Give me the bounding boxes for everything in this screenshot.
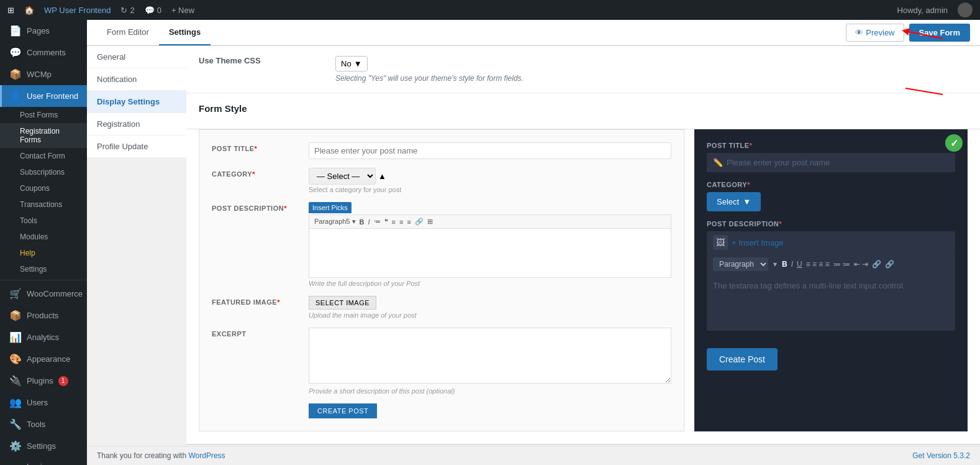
users-icon: 👥 xyxy=(9,397,22,408)
settings-nav-registration[interactable]: Registration xyxy=(87,113,186,136)
create-post-button[interactable]: CREATE POST xyxy=(309,403,377,418)
preview-button[interactable]: 👁 Preview xyxy=(846,24,904,42)
footer-text: Thank you for creating with xyxy=(97,451,186,460)
dark-editor-area[interactable]: The textarea tag defines a multi-line te… xyxy=(707,275,955,331)
dark-unlink-icon[interactable]: 🔗 xyxy=(885,260,894,269)
dark-editor-toolbar: Paragraph ▾ B I U ≡ ≡ ≡ ≡ ≔ ≔ ⇤ ⇥ xyxy=(707,254,955,275)
preview-editor-area[interactable] xyxy=(309,228,671,278)
sidebar-item-modules[interactable]: Modules xyxy=(0,229,87,245)
site-name[interactable]: WP User Frontend xyxy=(44,6,111,15)
success-checkmark: ✓ xyxy=(945,134,963,152)
sidebar-item-plugins[interactable]: 🔌 Plugins 1 xyxy=(0,370,87,392)
tab-form-editor[interactable]: Form Editor xyxy=(97,20,159,45)
sidebar-item-post-forms[interactable]: Post Forms xyxy=(0,107,87,123)
align-left-icon[interactable]: ≡ xyxy=(392,218,396,226)
sidebar-label-tools-main: Tools xyxy=(27,420,45,429)
bold-icon[interactable]: B xyxy=(360,218,365,226)
sidebar-item-comments[interactable]: 💬 Comments xyxy=(0,42,87,63)
wp-icon: ⊞ xyxy=(7,6,14,15)
italic-icon[interactable]: I xyxy=(368,218,370,226)
form-tabs-bar: Form Editor Settings 👁 Preview Save Form xyxy=(87,20,980,46)
preview-featured-image-hint: Upload the main image of your post xyxy=(309,311,671,319)
more-options-icon[interactable]: ⊞ xyxy=(427,218,433,226)
sidebar-item-products[interactable]: 📦 Products xyxy=(0,305,87,326)
dark-dropdown-icon: ▼ xyxy=(743,197,751,206)
preview-excerpt-hint: Provide a short description of this post… xyxy=(309,387,671,395)
comments-count[interactable]: 💬 0 xyxy=(145,6,161,15)
products-icon: 📦 xyxy=(9,310,22,321)
get-version-link[interactable]: Get Version 5.3.2 xyxy=(912,451,970,460)
dark-underline-icon[interactable]: U xyxy=(797,260,802,269)
footer-wordpress-link[interactable]: WordPress xyxy=(188,451,225,460)
align-right-icon[interactable]: ≡ xyxy=(407,218,411,226)
sidebar-label-transactions: Transactions xyxy=(20,200,62,209)
preview-post-title-input[interactable] xyxy=(309,142,671,159)
sidebar-item-login-customizer[interactable]: 🔑 Login Customizer xyxy=(0,457,87,465)
image-icon: 🖼 xyxy=(713,235,728,250)
new-content[interactable]: + New xyxy=(171,6,194,15)
sidebar-item-analytics[interactable]: 📊 Analytics xyxy=(0,326,87,348)
insert-picks-btn[interactable]: Insert Picks xyxy=(309,202,352,213)
preview-excerpt-textarea[interactable] xyxy=(309,328,671,384)
sidebar-item-woocommerce[interactable]: 🛒 WooCommerce xyxy=(0,283,87,305)
dark-post-title-input[interactable]: ✏️ Please enter your post name xyxy=(707,153,955,172)
sidebar-item-tools-sub[interactable]: Tools xyxy=(0,213,87,229)
sidebar-item-registration-forms[interactable]: Registration Forms xyxy=(0,123,87,148)
sidebar-item-settings-sub[interactable]: Settings xyxy=(0,261,87,277)
sidebar-item-help[interactable]: Help xyxy=(0,245,87,261)
dark-align-icons: ≡ ≡ ≡ ≡ xyxy=(806,260,830,269)
form-preview: POST TITLE* CATEGORY* xyxy=(199,129,684,431)
list-icon[interactable]: ≔ xyxy=(374,218,381,226)
dark-italic-icon[interactable]: I xyxy=(791,260,793,269)
tab-settings[interactable]: Settings xyxy=(159,20,211,45)
form-style-title: Form Style xyxy=(199,103,968,114)
sidebar-item-pages[interactable]: 📄 Pages xyxy=(0,20,87,42)
sidebar-item-transactions[interactable]: Transactions xyxy=(0,196,87,213)
form-style-header: Form Style xyxy=(186,93,980,129)
preview-editor-toolbar: Paragraph5 ▾ B I ≔ ❝ ≡ ≡ ≡ 🔗 ⊞ xyxy=(309,214,671,228)
align-center-icon[interactable]: ≡ xyxy=(399,218,403,226)
dark-link-icon[interactable]: 🔗 xyxy=(872,260,881,269)
preview-category-select[interactable]: — Select — xyxy=(309,168,376,185)
preview-post-title-label: POST TITLE* xyxy=(212,142,299,152)
analytics-icon: 📊 xyxy=(9,331,22,343)
dark-create-post-button[interactable]: Create Post xyxy=(707,348,778,371)
sidebar-item-tools-main[interactable]: 🔧 Tools xyxy=(0,413,87,435)
dark-insert-image-button[interactable]: + Insert Image xyxy=(732,238,783,247)
sidebar-item-subscriptions[interactable]: Subscriptions xyxy=(0,164,87,180)
sidebar-label-help: Help xyxy=(20,249,35,257)
dark-indent-icons: ⇤ ⇥ xyxy=(854,260,868,269)
select-image-button[interactable]: SELECT IMAGE xyxy=(309,296,376,310)
blockquote-icon[interactable]: ❝ xyxy=(384,218,388,226)
settings-nav-profile-update[interactable]: Profile Update xyxy=(87,136,186,158)
dark-post-desc-section: 🖼 + Insert Image Paragraph ▾ B I xyxy=(707,231,955,331)
updates-count[interactable]: ↻ 2 xyxy=(120,6,134,15)
sidebar-item-wcmp[interactable]: 📦 WCMp xyxy=(0,63,87,85)
use-theme-css-row: Use Theme CSS No ▼ Selecting "Yes" will … xyxy=(186,46,980,93)
settings-nav-display-settings[interactable]: Display Settings xyxy=(87,91,186,113)
paragraph-format-select[interactable]: Paragraph5 ▾ xyxy=(314,218,356,226)
wcmp-icon: 📦 xyxy=(9,68,22,80)
use-theme-css-select[interactable]: No ▼ xyxy=(335,56,368,71)
sidebar-item-users[interactable]: 👥 Users xyxy=(0,392,87,413)
preview-category-row: CATEGORY* — Select — ▲ Select a category… xyxy=(212,168,671,193)
dark-paragraph-select[interactable]: Paragraph xyxy=(713,257,768,271)
sidebar-item-settings-main[interactable]: ⚙️ Settings xyxy=(0,435,87,457)
dark-category-select-wrap: Select ▼ xyxy=(707,192,955,211)
dark-bold-icon[interactable]: B xyxy=(782,260,787,269)
link-icon[interactable]: 🔗 xyxy=(415,218,424,226)
dark-format-group: B I U ≡ ≡ ≡ ≡ ≔ ≔ ⇤ ⇥ 🔗 🔗 xyxy=(782,260,894,269)
settings-nav-general[interactable]: General xyxy=(87,46,186,68)
dark-category-label: CATEGORY* xyxy=(707,181,955,188)
preview-category-select-wrap: — Select — ▲ xyxy=(309,168,671,185)
main-content: Form Editor Settings 👁 Preview Save Form… xyxy=(87,20,980,465)
sidebar-item-user-frontend[interactable]: 👤 User Frontend xyxy=(0,85,87,107)
settings-nav-notification[interactable]: Notification xyxy=(87,68,186,91)
sidebar-item-contact-form[interactable]: Contact Form xyxy=(0,148,87,164)
dark-category-select[interactable]: Select ▼ xyxy=(707,192,761,211)
sidebar-item-coupons[interactable]: Coupons xyxy=(0,180,87,196)
preview-post-title-row: POST TITLE* xyxy=(212,142,671,159)
edit-icon: ✏️ xyxy=(713,158,723,167)
sidebar-item-appearance[interactable]: 🎨 Appearance xyxy=(0,348,87,370)
save-form-button[interactable]: Save Form xyxy=(909,24,970,42)
